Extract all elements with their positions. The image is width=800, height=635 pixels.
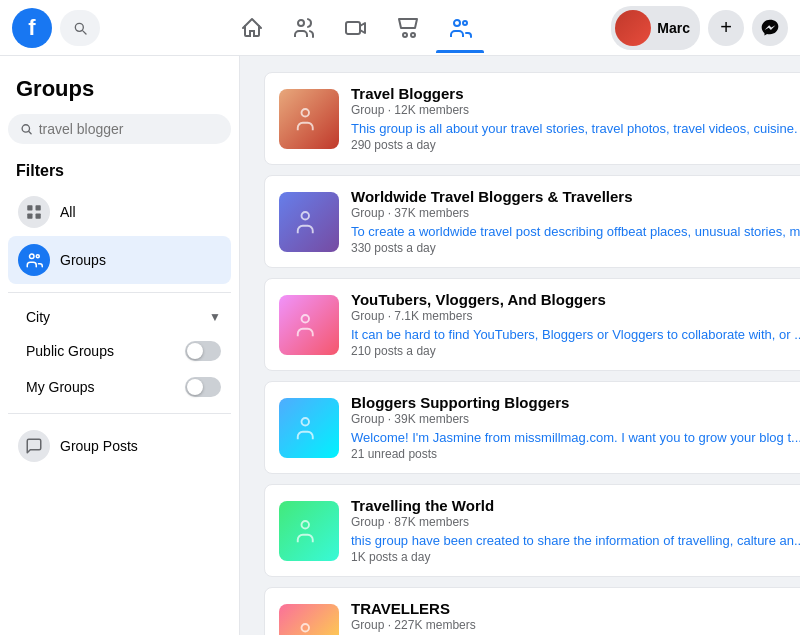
group-info-3: YouTubers, Vloggers, And Bloggers Group … xyxy=(351,291,800,358)
group-activity-1: 290 posts a day xyxy=(351,138,800,152)
divider-2 xyxy=(8,413,231,414)
svg-rect-8 xyxy=(36,205,41,210)
group-desc-1: This group is all about your travel stor… xyxy=(351,121,800,136)
filter-city[interactable]: City ▼ xyxy=(8,301,231,333)
svg-point-4 xyxy=(454,20,460,26)
svg-rect-9 xyxy=(27,214,32,219)
nav-home-button[interactable] xyxy=(228,4,276,52)
search-box[interactable] xyxy=(60,10,100,46)
group-thumb-3 xyxy=(279,295,339,355)
group-info-6: TRAVELLERS Group · 227K members WELCOME … xyxy=(351,600,800,635)
divider-1 xyxy=(8,292,231,293)
group-name-4: Bloggers Supporting Bloggers xyxy=(351,394,800,411)
sidebar-search-icon xyxy=(20,122,33,136)
user-name-label: Marc xyxy=(657,20,690,36)
filter-my-groups[interactable]: My Groups xyxy=(8,369,231,405)
main-content: Travel Bloggers Group · 12K members This… xyxy=(240,56,800,635)
svg-point-13 xyxy=(302,109,310,117)
group-name-3: YouTubers, Vloggers, And Bloggers xyxy=(351,291,800,308)
groups-list: Travel Bloggers Group · 12K members This… xyxy=(264,72,800,635)
svg-point-3 xyxy=(411,33,415,37)
group-info-5: Travelling the World Group · 87K members… xyxy=(351,497,800,564)
group-meta-1: Group · 12K members xyxy=(351,103,800,117)
filter-public-groups[interactable]: Public Groups xyxy=(8,333,231,369)
top-navigation: f Marc + xyxy=(0,0,800,56)
group-name-6: TRAVELLERS xyxy=(351,600,800,617)
filter-my-groups-label: My Groups xyxy=(26,379,94,395)
sidebar-item-group-posts[interactable]: Group Posts xyxy=(8,422,231,470)
sidebar-item-all-label: All xyxy=(60,204,76,220)
svg-point-5 xyxy=(463,21,467,25)
group-desc-5: this group have been created to share th… xyxy=(351,533,800,548)
toggle-dot xyxy=(187,343,203,359)
group-posts-icon xyxy=(18,430,50,462)
public-groups-toggle[interactable] xyxy=(185,341,221,361)
chevron-down-icon: ▼ xyxy=(209,310,221,324)
group-info-2: Worldwide Travel Bloggers & Travellers G… xyxy=(351,188,800,255)
group-activity-4: 21 unread posts xyxy=(351,447,800,461)
nav-right: Marc + xyxy=(611,6,788,50)
svg-rect-7 xyxy=(27,205,32,210)
svg-point-17 xyxy=(302,315,310,323)
search-input[interactable] xyxy=(39,121,219,137)
group-desc-3: It can be hard to find YouTubers, Blogge… xyxy=(351,327,800,342)
toggle-dot-2 xyxy=(187,379,203,395)
filter-city-label: City xyxy=(26,309,50,325)
my-groups-toggle[interactable] xyxy=(185,377,221,397)
svg-point-11 xyxy=(30,254,35,259)
group-card-5: Travelling the World Group · 87K members… xyxy=(264,484,800,577)
group-card-2: Worldwide Travel Bloggers & Travellers G… xyxy=(264,175,800,268)
filters-label: Filters xyxy=(8,158,231,188)
group-activity-2: 330 posts a day xyxy=(351,241,800,255)
sidebar-title: Groups xyxy=(8,68,231,114)
svg-rect-10 xyxy=(36,214,41,219)
group-thumb-1 xyxy=(279,89,339,149)
filter-public-groups-label: Public Groups xyxy=(26,343,114,359)
group-info-1: Travel Bloggers Group · 12K members This… xyxy=(351,85,800,152)
group-activity-3: 210 posts a day xyxy=(351,344,800,358)
sidebar-item-group-posts-label: Group Posts xyxy=(60,438,138,454)
group-name-5: Travelling the World xyxy=(351,497,800,514)
user-profile-button[interactable]: Marc xyxy=(611,6,700,50)
nav-friends-button[interactable] xyxy=(280,4,328,52)
group-meta-6: Group · 227K members xyxy=(351,618,800,632)
facebook-logo[interactable]: f xyxy=(12,8,52,48)
svg-point-19 xyxy=(302,418,310,426)
search-icon xyxy=(72,20,88,36)
main-layout: Groups Filters All Groups City ▼ xyxy=(0,0,800,635)
group-thumb-6 xyxy=(279,604,339,636)
groups-icon xyxy=(18,244,50,276)
group-meta-4: Group · 39K members xyxy=(351,412,800,426)
search-input-wrap[interactable] xyxy=(8,114,231,144)
group-desc-4: Welcome! I'm Jasmine from missmillmag.co… xyxy=(351,430,800,445)
all-icon xyxy=(18,196,50,228)
sidebar: Groups Filters All Groups City ▼ xyxy=(0,56,240,635)
group-thumb-2 xyxy=(279,192,339,252)
nav-groups-button[interactable] xyxy=(436,4,484,52)
group-name-1: Travel Bloggers xyxy=(351,85,800,102)
nav-video-button[interactable] xyxy=(332,4,380,52)
group-meta-5: Group · 87K members xyxy=(351,515,800,529)
group-thumb-5 xyxy=(279,501,339,561)
group-card-1: Travel Bloggers Group · 12K members This… xyxy=(264,72,800,165)
svg-point-15 xyxy=(302,212,310,220)
nav-marketplace-button[interactable] xyxy=(384,4,432,52)
group-activity-5: 1K posts a day xyxy=(351,550,800,564)
sidebar-item-all[interactable]: All xyxy=(8,188,231,236)
group-meta-3: Group · 7.1K members xyxy=(351,309,800,323)
svg-rect-1 xyxy=(346,22,360,34)
svg-point-12 xyxy=(36,255,39,258)
sidebar-item-groups[interactable]: Groups xyxy=(8,236,231,284)
svg-point-20 xyxy=(302,521,310,529)
create-button[interactable]: + xyxy=(708,10,744,46)
sidebar-item-groups-label: Groups xyxy=(60,252,106,268)
svg-point-22 xyxy=(302,624,310,632)
user-avatar xyxy=(615,10,651,46)
group-meta-2: Group · 37K members xyxy=(351,206,800,220)
messenger-button[interactable] xyxy=(752,10,788,46)
nav-center xyxy=(100,4,611,52)
group-card-6: TRAVELLERS Group · 227K members WELCOME … xyxy=(264,587,800,635)
group-thumb-4 xyxy=(279,398,339,458)
group-desc-2: To create a worldwide travel post descri… xyxy=(351,224,800,239)
group-info-4: Bloggers Supporting Bloggers Group · 39K… xyxy=(351,394,800,461)
